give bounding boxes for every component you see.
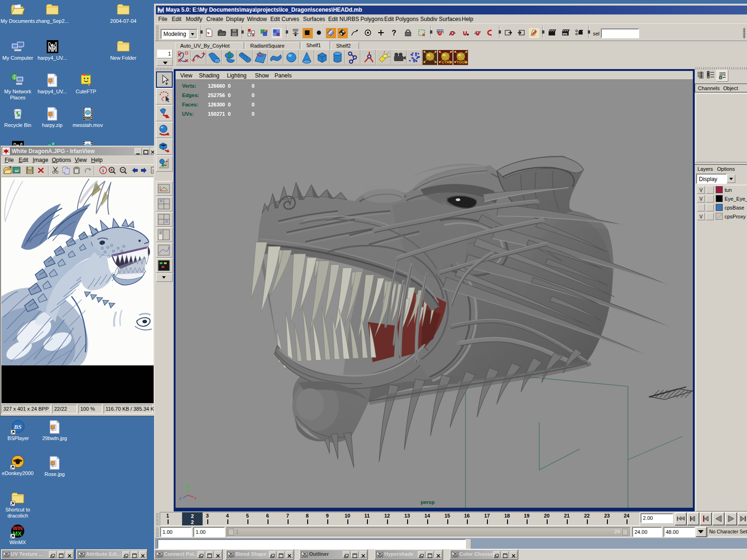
svg-text:y: y: [186, 483, 188, 488]
svg-text:z: z: [179, 496, 182, 500]
svg-text:i: i: [102, 168, 104, 173]
svg-text:CTRL: CTRL: [442, 60, 451, 64]
svg-text:x: x: [194, 496, 197, 500]
svg-text:TOOL: TOOL: [457, 60, 467, 64]
svg-text:BS: BS: [14, 423, 21, 430]
svg-text:MOVIE: MOVIE: [85, 117, 92, 119]
svg-text:IPR: IPR: [563, 33, 568, 35]
svg-text:?: ?: [392, 29, 396, 37]
